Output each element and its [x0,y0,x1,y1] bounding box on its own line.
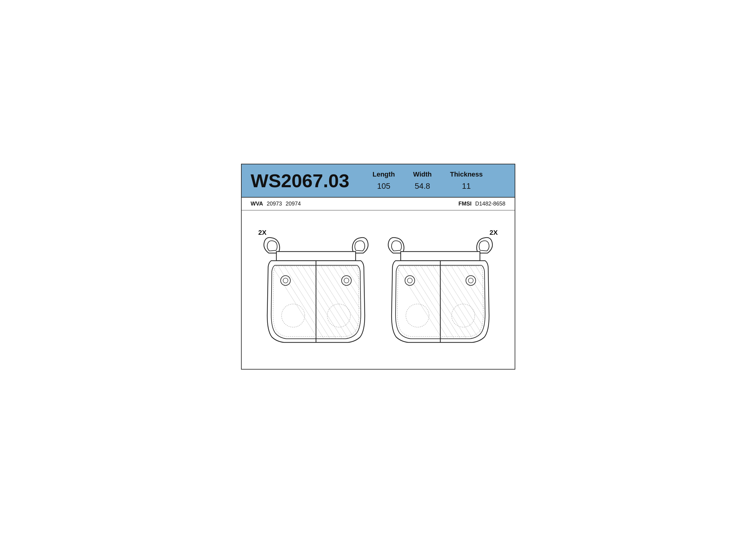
info-row: WVA 20973 20974 FMSI D1482-8658 [242,198,515,210]
svg-point-19 [344,278,349,283]
header: WS2067.03 Length 105 Width 54.8 Thicknes… [242,164,515,198]
product-card: WS2067.03 Length 105 Width 54.8 Thicknes… [241,164,515,370]
fmsi-group: FMSI D1482-8658 [458,201,505,207]
length-label: Length [373,170,395,178]
width-dim: Width 54.8 [413,170,432,191]
wva-group: WVA 20973 20974 [251,201,301,207]
part-number: WS2067.03 [251,170,354,191]
drawing-area: 2X 2X [242,210,515,369]
thickness-dim: Thickness 11 [450,170,483,191]
qty-label-right: 2X [490,229,498,237]
width-label: Width [413,170,432,178]
fmsi-value: D1482-8658 [475,201,505,207]
svg-point-17 [283,278,288,283]
brake-pad-right [384,224,497,352]
wva-value2: 20974 [285,201,301,207]
wva-label: WVA [251,201,263,207]
wva-value1: 20973 [267,201,282,207]
svg-point-41 [468,278,473,283]
width-value: 54.8 [413,182,432,191]
length-value: 105 [373,182,395,191]
thickness-value: 11 [450,182,483,191]
dimensions: Length 105 Width 54.8 Thickness 11 [373,170,483,191]
length-dim: Length 105 [373,170,395,191]
qty-label-left: 2X [258,229,267,237]
fmsi-label: FMSI [458,201,472,207]
brake-pad-left [259,224,372,352]
svg-point-39 [407,278,412,283]
thickness-label: Thickness [450,170,483,178]
